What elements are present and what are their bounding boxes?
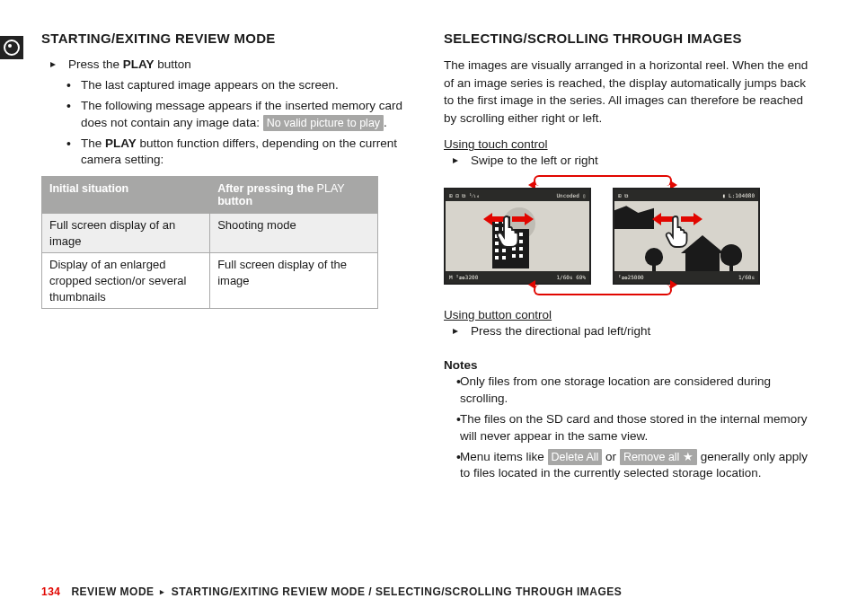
notes-heading: Notes xyxy=(444,358,810,372)
swipe-hand-icon xyxy=(665,213,690,249)
swipe-illustration: ⊞ ⊡ ⧉ ¹⁄₁₄Uncoded ▯ M ᴵꜱᴏ32001/60s xyxy=(444,177,760,294)
th-initial: Initial situation xyxy=(42,177,210,214)
intro-paragraph: The images are visually arranged in a ho… xyxy=(444,57,810,127)
page-footer: 134 REVIEW MODE ▸ STARTING/EXITING REVIE… xyxy=(0,585,857,598)
bullet-play-differs: The PLAY button function differs, depend… xyxy=(54,136,408,170)
step-swipe: Swipe to the left or right xyxy=(444,153,810,170)
table-row: Display of an enlarged cropped section/o… xyxy=(42,253,378,309)
chip-delete-all: Delete All xyxy=(548,449,603,465)
left-column: STARTING/EXITING REVIEW MODE Press the P… xyxy=(41,31,408,503)
note-3: Menu items like Delete All or Remove all… xyxy=(444,449,810,483)
right-column: SELECTING/SCROLLING THROUGH IMAGES The i… xyxy=(444,31,810,503)
step-press-play: Press the PLAY button xyxy=(41,57,408,74)
table-row: Full screen display of an image Shooting… xyxy=(42,214,378,253)
connector-bottom xyxy=(534,285,672,295)
breadcrumb: REVIEW MODE ▸ STARTING/EXITING REVIEW MO… xyxy=(71,585,622,598)
chip-remove-all: Remove all ★ xyxy=(620,449,697,465)
subhead-button: Using button control xyxy=(444,308,810,321)
heading-selecting-scrolling: SELECTING/SCROLLING THROUGH IMAGES xyxy=(444,31,810,46)
th-after: After pressing the PLAY button xyxy=(210,177,378,214)
step-dpad: Press the directional pad left/right xyxy=(444,323,810,340)
bullet-last-image: The last captured image appears on the s… xyxy=(54,77,408,94)
heading-starting-exiting: STARTING/EXITING REVIEW MODE xyxy=(41,31,408,46)
bullet-no-valid: The following message appears if the ins… xyxy=(54,98,408,132)
page-number: 134 xyxy=(41,585,61,598)
note-2: The files on the SD card and those store… xyxy=(444,411,810,445)
play-button-table: Initial situation After pressing the PLA… xyxy=(41,176,378,309)
swipe-hand-icon xyxy=(496,213,521,249)
chip-no-valid-picture: No valid picture to play xyxy=(263,115,384,131)
connector-top xyxy=(534,175,672,186)
subhead-touch: Using touch control xyxy=(444,137,810,151)
review-mode-tab-icon xyxy=(0,36,23,59)
note-1: Only files from one storage location are… xyxy=(444,374,810,408)
